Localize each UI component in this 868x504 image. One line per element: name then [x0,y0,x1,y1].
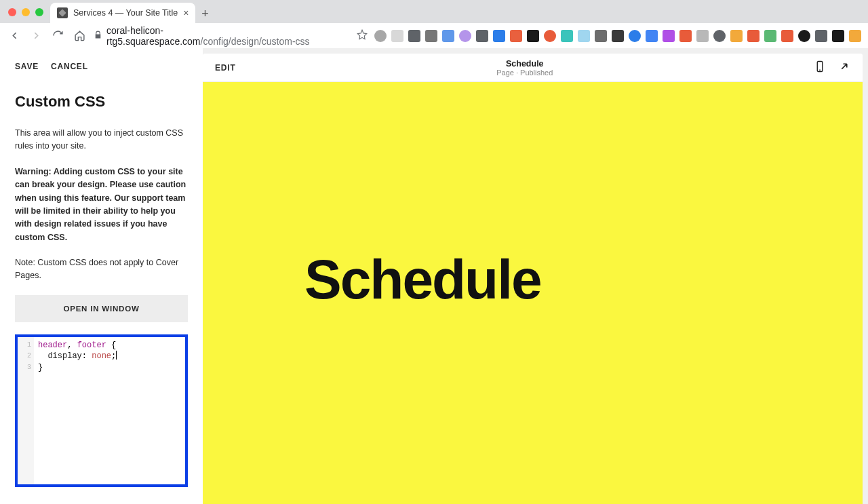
extension-icon[interactable] [696,30,709,42]
extension-icon[interactable] [629,30,641,42]
preview-wrap: EDIT Schedule Page · Published Schedule [203,48,868,504]
url-path: /config/design/custom-css [201,36,310,47]
close-window-button[interactable] [8,8,16,16]
preview-toolbar-icons [814,60,850,75]
extension-icon[interactable] [442,30,454,42]
forward-button[interactable] [28,28,43,43]
extension-icons [374,30,861,42]
extension-icon[interactable] [374,30,387,42]
home-button[interactable] [72,28,87,43]
extension-icon[interactable] [527,30,539,42]
reload-button[interactable] [50,28,65,43]
extension-icon[interactable] [544,30,556,42]
css-editor[interactable]: 1 2 3 header, footer { display: none; } [15,334,188,487]
expand-icon[interactable] [838,60,850,75]
tab-favicon-icon [57,7,68,18]
line-gutter: 1 2 3 [18,337,34,484]
extension-icon[interactable] [798,30,810,42]
panel-description: This area will allow you to inject custo… [15,127,188,153]
cancel-button[interactable]: CANCEL [51,62,88,71]
preview-page-title: Schedule [236,59,814,69]
extension-icon[interactable] [612,30,624,42]
address-bar: coral-helicon-rtg5.squarespace.com/confi… [0,23,868,48]
star-icon[interactable] [357,29,368,43]
extension-icon[interactable] [561,30,573,42]
extension-icon[interactable] [832,30,844,42]
maximize-window-button[interactable] [35,8,43,16]
panel-warning: Warning: Adding custom CSS to your site … [15,166,188,244]
extension-icon[interactable] [849,30,861,42]
tab-bar: Services 4 — Your Site Title × + [0,0,868,23]
minimize-window-button[interactable] [22,8,30,16]
extension-icon[interactable] [510,30,522,42]
extension-icon[interactable] [730,30,743,42]
text-cursor [116,351,117,360]
extension-icon[interactable] [663,30,675,42]
extension-icon[interactable] [476,30,488,42]
url-domain: coral-helicon-rtg5.squarespace.com [106,25,201,47]
preview-frame: EDIT Schedule Page · Published Schedule [203,54,863,504]
page-heading: Schedule [304,248,541,311]
extension-icon[interactable] [408,30,420,42]
close-tab-icon[interactable]: × [183,8,189,18]
app: SAVE CANCEL Custom CSS This area will al… [0,48,868,504]
extension-icon[interactable] [493,30,505,42]
preview-toolbar: EDIT Schedule Page · Published [203,54,863,82]
back-button[interactable] [7,28,22,43]
extension-icon[interactable] [391,30,403,42]
line-number: 2 [18,351,31,362]
line-number: 1 [18,340,31,351]
extension-icon[interactable] [595,30,607,42]
preview-canvas[interactable]: Schedule [203,82,863,504]
new-tab-button[interactable]: + [195,4,214,23]
lock-icon [94,31,102,41]
browser-chrome: Services 4 — Your Site Title × + coral-h… [0,0,868,48]
sidebar-panel: SAVE CANCEL Custom CSS This area will al… [0,48,203,504]
preview-page-status: Page · Published [236,69,814,77]
tab-title: Services 4 — Your Site Title [73,8,178,18]
extension-icon[interactable] [713,30,726,42]
extension-icon[interactable] [425,30,437,42]
extension-icon[interactable] [679,30,692,42]
panel-note: Note: Custom CSS does not apply to Cover… [15,256,188,283]
browser-tab[interactable]: Services 4 — Your Site Title × [50,3,195,23]
extension-icon[interactable] [747,30,760,42]
panel-title: Custom CSS [15,93,188,111]
open-in-window-button[interactable]: OPEN IN WINDOW [15,295,188,322]
extension-icon[interactable] [646,30,658,42]
extension-icon[interactable] [781,30,793,42]
extension-icon[interactable] [578,30,590,42]
extension-icon[interactable] [815,30,827,42]
preview-page-info: Schedule Page · Published [236,59,814,77]
extension-icon[interactable] [764,30,776,42]
extension-icon[interactable] [459,30,471,42]
mobile-view-icon[interactable] [814,60,826,75]
line-number: 3 [18,362,31,374]
sidebar-actions: SAVE CANCEL [15,62,188,71]
window-controls [5,8,50,23]
save-button[interactable]: SAVE [15,62,39,71]
code-content[interactable]: header, footer { display: none; } [34,337,119,484]
edit-button[interactable]: EDIT [215,63,236,73]
url-field[interactable]: coral-helicon-rtg5.squarespace.com/confi… [94,25,346,47]
